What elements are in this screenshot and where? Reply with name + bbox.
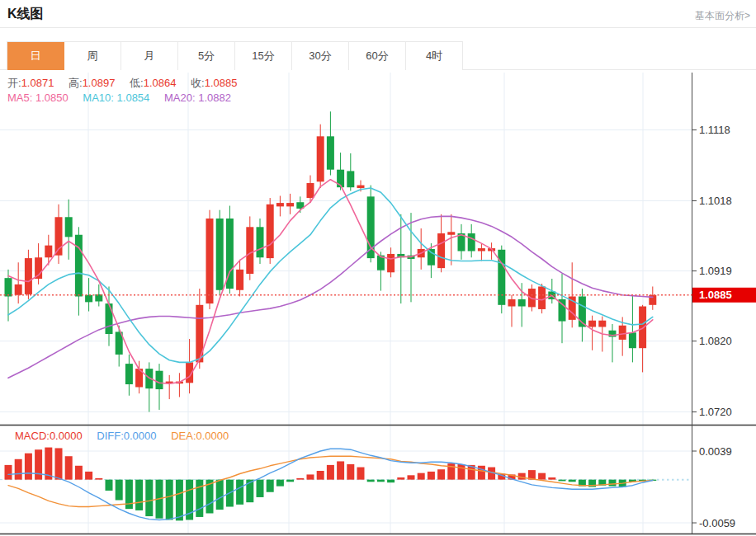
macd-legend: MACD:0.0000 DIFF:0.0000 DEA:0.0000 [15,430,229,442]
candles-layer [5,111,657,411]
price-axis: 1.11181.10181.09191.08201.0720 [692,124,732,418]
open-value: 1.0871 [21,77,54,89]
close-label: 收: [191,77,205,89]
ma10-value: 1.0854 [117,92,150,104]
ma20-value: 1.0882 [198,92,231,104]
svg-text:1.0919: 1.0919 [699,265,732,277]
diff-value: 0.0000 [124,430,157,442]
ma20-label: MA20: [164,92,196,104]
macd-label: MACD: [15,430,50,442]
diff-label: DIFF: [97,430,124,442]
ma10-label: MA10: [83,92,114,104]
dea-line [8,456,653,506]
svg-text:1.1018: 1.1018 [699,195,732,207]
low-label: 低: [130,77,144,89]
macd-axis: 0.0039-0.0059 [692,445,735,529]
svg-text:1.0820: 1.0820 [699,335,732,347]
ma5-label: MA5: [7,92,32,104]
macd-histogram [5,448,657,521]
svg-text:1.0885: 1.0885 [699,289,732,301]
svg-text:0.0039: 0.0039 [699,445,732,458]
high-value: 1.0897 [83,77,116,89]
open-label: 开: [7,77,21,89]
dea-label: DEA: [171,430,196,442]
low-value: 1.0864 [144,77,177,89]
svg-text:1.0720: 1.0720 [699,406,732,418]
last-price-badge: 1.0885 [692,288,756,303]
ma5-value: 1.0850 [35,92,69,104]
high-label: 高: [69,77,83,89]
svg-text:1.1118: 1.1118 [699,124,730,136]
dea-value: 0.0000 [196,430,229,442]
close-value: 1.0885 [205,77,238,89]
ma20-line [8,216,653,378]
ma10-line [8,188,653,362]
grid-layer [0,73,692,534]
svg-text:-0.0059: -0.0059 [699,517,735,529]
macd-value: 0.0000 [50,430,83,442]
diff-line [8,449,653,520]
ma-legend: MA5: 1.0850 MA10: 1.0854 MA20: 1.0882 [7,92,231,104]
ohlc-legend: 开:1.0871 高:1.0897 低:1.0864 收:1.0885 [7,76,237,91]
